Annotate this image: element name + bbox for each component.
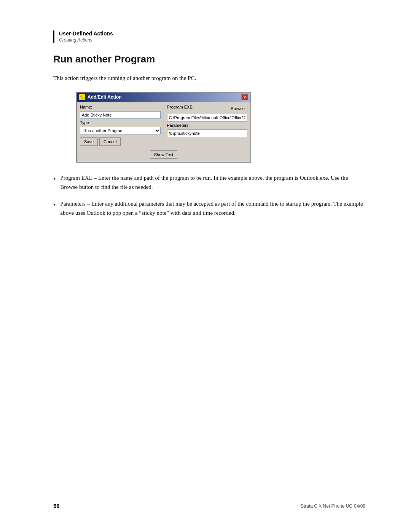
browse-button[interactable]: Browse <box>228 105 247 112</box>
name-input[interactable] <box>80 111 161 119</box>
name-label: Name: <box>80 105 161 109</box>
dialog-title-left: 🔧 Add/Edit Action <box>79 94 122 100</box>
dialog-titlebar: 🔧 Add/Edit Action × <box>77 93 250 102</box>
dialog-screenshot: 🔧 Add/Edit Action × Name: Type: Run anot… <box>76 92 251 163</box>
intro-text: This action triggers the running of anot… <box>53 73 365 83</box>
bullet-text-2: Parameters – Enter any additional parame… <box>60 199 365 217</box>
bullet-dot-2: • <box>53 200 56 217</box>
type-select-row: Run another Program <box>80 127 161 134</box>
bullet-dot-1: • <box>53 174 56 192</box>
dialog-box: 🔧 Add/Edit Action × Name: Type: Run anot… <box>76 92 251 163</box>
dialog-bottom-row: Show Test <box>77 149 250 162</box>
page: User-Defined Actions Creating Actions Ru… <box>0 0 411 532</box>
parameters-label: Parameters: <box>167 123 248 128</box>
breadcrumb: User-Defined Actions Creating Actions <box>53 30 365 43</box>
show-test-button[interactable]: Show Test <box>150 150 178 159</box>
save-button[interactable]: Save <box>80 137 98 146</box>
type-select[interactable]: Run another Program <box>80 127 161 134</box>
parameters-input[interactable] <box>167 129 248 137</box>
list-item: • Program EXE – Enter the name and path … <box>53 173 365 192</box>
breadcrumb-subtitle: Creating Actions <box>59 37 365 43</box>
dialog-content: Name: Type: Run another Program Save Can… <box>77 102 250 149</box>
page-title: Run another Program <box>53 53 365 67</box>
dialog-close-button[interactable]: × <box>241 94 248 100</box>
dialog-left-panel: Name: Type: Run another Program Save Can… <box>80 105 161 146</box>
dialog-divider <box>164 105 164 146</box>
bullet-text-1: Program EXE – Enter the name and path of… <box>60 173 365 192</box>
dialog-title-text: Add/Edit Action <box>88 94 122 100</box>
type-label: Type: <box>80 120 161 125</box>
list-item: • Parameters – Enter any additional para… <box>53 199 365 217</box>
breadcrumb-title: User-Defined Actions <box>59 30 365 37</box>
save-cancel-row: Save Cancel <box>80 137 161 146</box>
page-footer: 58 Strata CIX Net Phone UG 04/08 <box>0 497 411 509</box>
footer-doc-info: Strata CIX Net Phone UG 04/08 <box>301 503 365 509</box>
dialog-app-icon: 🔧 <box>79 94 85 100</box>
dialog-right-panel: Program EXE: Browse Parameters: <box>167 105 248 146</box>
program-exe-row: Program EXE: Browse <box>167 105 248 112</box>
bullet-list: • Program EXE – Enter the name and path … <box>53 173 365 217</box>
cancel-button[interactable]: Cancel <box>99 137 121 146</box>
program-exe-input[interactable] <box>167 114 248 121</box>
app-icon-symbol: 🔧 <box>80 95 84 99</box>
program-exe-label: Program EXE: <box>167 105 194 109</box>
page-number: 58 <box>53 503 60 509</box>
